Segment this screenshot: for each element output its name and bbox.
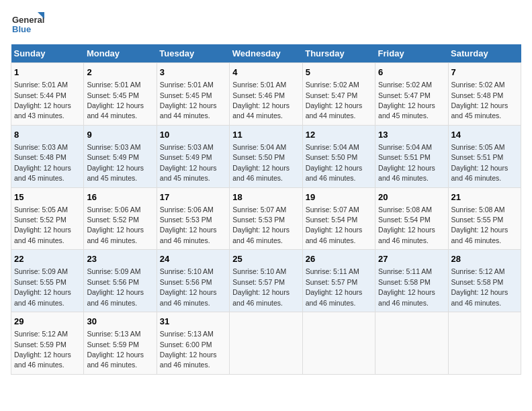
daylight-info: Daylight: 12 hours and 45 minutes.	[14, 164, 71, 182]
sunset-info: Sunset: 5:50 PM	[306, 153, 358, 161]
daylight-info: Daylight: 12 hours and 46 minutes.	[14, 351, 71, 369]
sunrise-info: Sunrise: 5:04 AM	[306, 143, 359, 151]
day-cell: 9 Sunrise: 5:03 AM Sunset: 5:49 PM Dayli…	[84, 125, 157, 187]
svg-text:Blue: Blue	[12, 24, 31, 34]
day-cell: 27 Sunrise: 5:11 AM Sunset: 5:58 PM Dayl…	[375, 250, 448, 312]
sunrise-info: Sunrise: 5:10 AM	[232, 267, 286, 275]
sunrise-info: Sunrise: 5:08 AM	[451, 205, 505, 214]
day-number: 5	[306, 66, 372, 79]
daylight-info: Daylight: 12 hours and 46 minutes.	[451, 164, 508, 182]
sunset-info: Sunset: 5:49 PM	[160, 153, 212, 161]
daylight-info: Daylight: 12 hours and 46 minutes.	[232, 164, 290, 182]
sunset-info: Sunset: 5:57 PM	[232, 278, 285, 286]
day-number: 28	[451, 253, 518, 265]
sunset-info: Sunset: 5:45 PM	[160, 91, 212, 99]
day-cell: 19 Sunrise: 5:07 AM Sunset: 5:54 PM Dayl…	[302, 187, 375, 250]
day-cell: 28 Sunrise: 5:12 AM Sunset: 5:58 PM Dayl…	[448, 250, 521, 312]
day-cell	[375, 312, 448, 375]
sunset-info: Sunset: 5:46 PM	[232, 91, 285, 99]
sunset-info: Sunset: 5:59 PM	[14, 340, 66, 349]
sunrise-info: Sunrise: 5:07 AM	[306, 205, 359, 214]
sunrise-info: Sunrise: 5:02 AM	[378, 81, 432, 89]
day-cell: 10 Sunrise: 5:03 AM Sunset: 5:49 PM Dayl…	[157, 125, 229, 187]
sunset-info: Sunset: 5:47 PM	[306, 91, 358, 99]
calendar-table: SundayMondayTuesdayWednesdayThursdayFrid…	[11, 44, 521, 375]
sunset-info: Sunset: 5:48 PM	[14, 153, 66, 161]
sunrise-info: Sunrise: 5:01 AM	[160, 81, 214, 89]
day-number: 25	[232, 253, 299, 265]
day-cell: 25 Sunrise: 5:10 AM Sunset: 5:57 PM Dayl…	[230, 250, 302, 312]
week-row-2: 8 Sunrise: 5:03 AM Sunset: 5:48 PM Dayli…	[11, 125, 521, 187]
sunset-info: Sunset: 5:52 PM	[87, 216, 139, 224]
day-number: 7	[451, 66, 518, 79]
day-number: 15	[14, 191, 81, 203]
daylight-info: Daylight: 12 hours and 46 minutes.	[451, 226, 508, 244]
day-number: 29	[14, 316, 81, 328]
daylight-info: Daylight: 12 hours and 46 minutes.	[87, 226, 144, 244]
day-number: 27	[378, 253, 445, 265]
sunrise-info: Sunrise: 5:04 AM	[232, 143, 286, 151]
sunset-info: Sunset: 6:00 PM	[160, 340, 212, 349]
day-number: 30	[87, 316, 153, 328]
day-cell: 3 Sunrise: 5:01 AM Sunset: 5:45 PM Dayli…	[157, 63, 229, 126]
sunrise-info: Sunrise: 5:12 AM	[451, 267, 505, 275]
day-cell: 21 Sunrise: 5:08 AM Sunset: 5:55 PM Dayl…	[448, 187, 521, 250]
sunset-info: Sunset: 5:57 PM	[306, 278, 358, 286]
day-cell: 30 Sunrise: 5:13 AM Sunset: 5:59 PM Dayl…	[84, 312, 157, 375]
col-header-tuesday: Tuesday	[157, 44, 229, 63]
sunrise-info: Sunrise: 5:05 AM	[451, 143, 505, 151]
sunset-info: Sunset: 5:56 PM	[160, 278, 212, 286]
sunrise-info: Sunrise: 5:04 AM	[378, 143, 432, 151]
day-number: 14	[451, 129, 518, 141]
day-number: 24	[160, 253, 226, 265]
header: General Blue	[11, 11, 521, 38]
sunset-info: Sunset: 5:54 PM	[306, 216, 358, 224]
daylight-info: Daylight: 12 hours and 44 minutes.	[160, 101, 217, 120]
sunrise-info: Sunrise: 5:09 AM	[87, 267, 140, 275]
day-number: 10	[160, 129, 226, 141]
sunset-info: Sunset: 5:55 PM	[14, 278, 66, 286]
sunrise-info: Sunrise: 5:13 AM	[160, 330, 214, 338]
sunrise-info: Sunrise: 5:09 AM	[14, 267, 68, 275]
sunrise-info: Sunrise: 5:03 AM	[87, 143, 140, 151]
day-cell: 1 Sunrise: 5:01 AM Sunset: 5:44 PM Dayli…	[11, 63, 84, 126]
col-header-saturday: Saturday	[448, 44, 521, 63]
col-header-monday: Monday	[84, 44, 157, 63]
col-header-wednesday: Wednesday	[230, 44, 302, 63]
sunset-info: Sunset: 5:58 PM	[378, 278, 431, 286]
col-header-sunday: Sunday	[11, 44, 84, 63]
sunrise-info: Sunrise: 5:01 AM	[14, 81, 68, 89]
day-cell: 16 Sunrise: 5:06 AM Sunset: 5:52 PM Dayl…	[84, 187, 157, 250]
sunset-info: Sunset: 5:49 PM	[87, 153, 139, 161]
sunrise-info: Sunrise: 5:02 AM	[451, 81, 505, 89]
week-row-5: 29 Sunrise: 5:12 AM Sunset: 5:59 PM Dayl…	[11, 312, 521, 375]
sunset-info: Sunset: 5:48 PM	[451, 91, 504, 99]
day-cell: 31 Sunrise: 5:13 AM Sunset: 6:00 PM Dayl…	[157, 312, 229, 375]
sunrise-info: Sunrise: 5:03 AM	[14, 143, 68, 151]
daylight-info: Daylight: 12 hours and 46 minutes.	[232, 226, 290, 244]
day-cell: 29 Sunrise: 5:12 AM Sunset: 5:59 PM Dayl…	[11, 312, 84, 375]
logo: General Blue	[11, 11, 44, 38]
day-number: 20	[378, 191, 445, 203]
day-cell: 7 Sunrise: 5:02 AM Sunset: 5:48 PM Dayli…	[448, 63, 521, 126]
week-row-1: 1 Sunrise: 5:01 AM Sunset: 5:44 PM Dayli…	[11, 63, 521, 126]
day-cell	[302, 312, 375, 375]
sunrise-info: Sunrise: 5:02 AM	[306, 81, 359, 89]
day-cell: 24 Sunrise: 5:10 AM Sunset: 5:56 PM Dayl…	[157, 250, 229, 312]
day-cell: 11 Sunrise: 5:04 AM Sunset: 5:50 PM Dayl…	[230, 125, 302, 187]
daylight-info: Daylight: 12 hours and 45 minutes.	[87, 164, 144, 182]
day-cell: 13 Sunrise: 5:04 AM Sunset: 5:51 PM Dayl…	[375, 125, 448, 187]
sunrise-info: Sunrise: 5:03 AM	[160, 143, 214, 151]
day-cell: 15 Sunrise: 5:05 AM Sunset: 5:52 PM Dayl…	[11, 187, 84, 250]
day-number: 3	[160, 66, 226, 79]
daylight-info: Daylight: 12 hours and 46 minutes.	[87, 351, 144, 369]
day-number: 26	[306, 253, 372, 265]
day-cell: 4 Sunrise: 5:01 AM Sunset: 5:46 PM Dayli…	[230, 63, 302, 126]
day-number: 23	[87, 253, 153, 265]
day-number: 22	[14, 253, 81, 265]
day-number: 18	[232, 191, 299, 203]
day-number: 16	[87, 191, 153, 203]
daylight-info: Daylight: 12 hours and 45 minutes.	[378, 101, 435, 120]
day-number: 21	[451, 191, 518, 203]
daylight-info: Daylight: 12 hours and 46 minutes.	[451, 288, 508, 306]
